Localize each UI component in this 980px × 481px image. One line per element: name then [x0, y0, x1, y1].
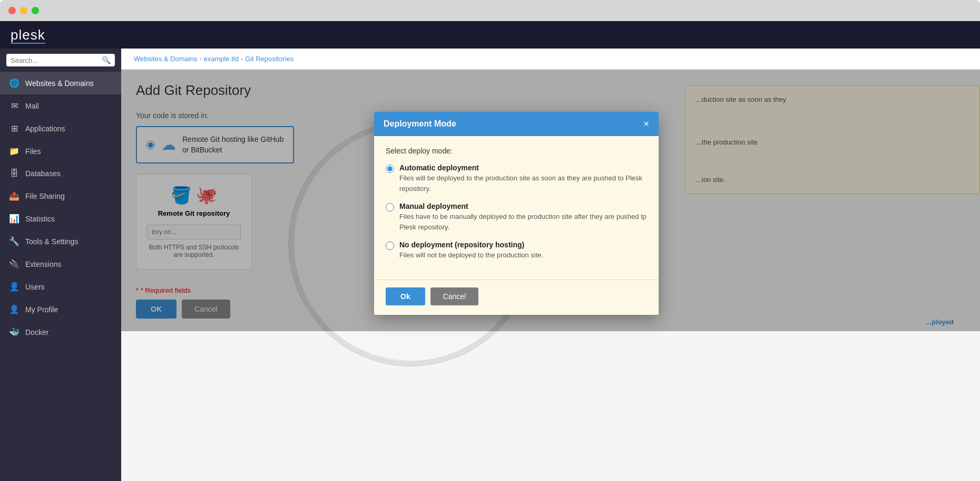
- sidebar-item-docker[interactable]: 🐳 Docker: [0, 321, 121, 343]
- db-icon: 🗄: [8, 169, 20, 178]
- profile-icon: 👤: [8, 304, 20, 314]
- sidebar-label-statistics: Statistics: [25, 215, 55, 223]
- sidebar-item-tools[interactable]: 🔧 Tools & Settings: [0, 230, 121, 253]
- mac-minimize-button[interactable]: [20, 7, 27, 14]
- manual-option-text: Manual deployment Files have to be manua…: [399, 202, 647, 232]
- sidebar-item-extensions[interactable]: 🔌 Extensions: [0, 253, 121, 275]
- search-icon: 🔍: [102, 56, 111, 64]
- search-input-wrap: 🔍: [6, 54, 115, 66]
- breadcrumb-sep-2: ›: [241, 55, 243, 63]
- mac-close-button[interactable]: [8, 7, 16, 14]
- sidebar-item-mail[interactable]: ✉ Mail: [0, 94, 121, 117]
- nodeployment-desc: Files will not be deployed to the produc…: [399, 250, 543, 261]
- modal-cancel-button[interactable]: Cancel: [430, 287, 479, 305]
- automatic-option-text: Automatic deployment Files will be deplo…: [399, 163, 647, 194]
- modal-header: Deployment Mode ×: [374, 112, 659, 136]
- sidebar-item-applications[interactable]: ⊞ Applications: [0, 117, 121, 140]
- sidebar-item-users[interactable]: 👤 Users: [0, 275, 121, 298]
- files-icon: 📁: [8, 146, 20, 156]
- sidebar-label-users: Users: [25, 283, 45, 291]
- breadcrumb-gitrepos[interactable]: Git Repositories: [245, 55, 293, 63]
- docker-icon: 🐳: [8, 327, 20, 337]
- automatic-desc: Files will be deployed to the production…: [399, 173, 647, 194]
- topbar: plesk: [0, 21, 980, 49]
- extensions-icon: 🔌: [8, 259, 20, 269]
- sidebar-item-websites[interactable]: 🌐 Websites & Domains: [0, 72, 121, 94]
- deployment-modal: Deployment Mode × Select deploy mode: Au…: [374, 112, 659, 315]
- breadcrumb-websites[interactable]: Websites & Domains: [134, 55, 197, 63]
- manual-radio[interactable]: [386, 203, 394, 211]
- breadcrumb-sep-1: ›: [199, 55, 201, 63]
- deploy-option-none: No deployment (repository hosting) Files…: [386, 240, 647, 261]
- mac-titlebar: [0, 0, 980, 21]
- globe-icon: 🌐: [8, 78, 20, 88]
- sidebar-label-tools: Tools & Settings: [25, 237, 78, 246]
- nodeployment-radio[interactable]: [386, 242, 394, 250]
- modal-body: Select deploy mode: Automatic deployment…: [374, 136, 659, 280]
- modal-ok-button[interactable]: Ok: [386, 287, 425, 305]
- modal-title: Deployment Mode: [384, 119, 456, 129]
- sidebar-label-databases: Databases: [25, 169, 61, 178]
- sidebar: 🔍 🌐 Websites & Domains ✉ Mail ⊞ Applicat…: [0, 49, 121, 481]
- sidebar-label-extensions: Extensions: [25, 260, 61, 268]
- breadcrumb-domain[interactable]: example.tld: [203, 55, 238, 63]
- search-input[interactable]: [11, 56, 102, 64]
- sidebar-item-databases[interactable]: 🗄 Databases: [0, 162, 121, 185]
- mail-icon: ✉: [8, 101, 20, 111]
- breadcrumb: Websites & Domains › example.tld › Git R…: [121, 49, 980, 70]
- sidebar-label-applications: Applications: [25, 124, 65, 133]
- page-body: Add Git Repository Your code is stored i…: [121, 70, 980, 331]
- deploy-option-manual: Manual deployment Files have to be manua…: [386, 202, 647, 232]
- nodeployment-label: No deployment (repository hosting): [399, 240, 543, 249]
- sidebar-label-docker: Docker: [25, 328, 48, 336]
- apps-icon: ⊞: [8, 123, 20, 133]
- tools-icon: 🔧: [8, 236, 20, 246]
- sidebar-item-statistics[interactable]: 📊 Statistics: [0, 207, 121, 230]
- users-icon: 👤: [8, 282, 20, 292]
- manual-desc: Files have to be manually deployed to th…: [399, 211, 647, 232]
- sidebar-item-filesharing[interactable]: 📤 File Sharing: [0, 185, 121, 207]
- sidebar-item-myprofile[interactable]: 👤 My Profile: [0, 298, 121, 321]
- sidebar-label-mail: Mail: [25, 102, 39, 110]
- filesharing-icon: 📤: [8, 191, 20, 201]
- sidebar-item-files[interactable]: 📁 Files: [0, 140, 121, 162]
- automatic-label: Automatic deployment: [399, 163, 647, 172]
- sidebar-nav: 🌐 Websites & Domains ✉ Mail ⊞ Applicatio…: [0, 72, 121, 481]
- sidebar-label-files: Files: [25, 147, 41, 156]
- automatic-radio[interactable]: [386, 165, 394, 173]
- sidebar-label-websites: Websites & Domains: [25, 79, 94, 88]
- manual-label: Manual deployment: [399, 202, 647, 210]
- modal-subtitle: Select deploy mode:: [386, 147, 647, 155]
- stats-icon: 📊: [8, 214, 20, 224]
- sidebar-label-myprofile: My Profile: [25, 305, 58, 314]
- app-logo: plesk: [11, 27, 45, 43]
- modal-footer: Ok Cancel: [374, 280, 659, 315]
- search-box: 🔍: [0, 49, 121, 72]
- mac-maximize-button[interactable]: [32, 7, 39, 14]
- modal-close-button[interactable]: ×: [643, 119, 649, 129]
- deploy-option-automatic: Automatic deployment Files will be deplo…: [386, 163, 647, 194]
- main-content: Websites & Domains › example.tld › Git R…: [121, 49, 980, 481]
- nodeployment-option-text: No deployment (repository hosting) Files…: [399, 240, 543, 261]
- sidebar-label-filesharing: File Sharing: [25, 192, 65, 200]
